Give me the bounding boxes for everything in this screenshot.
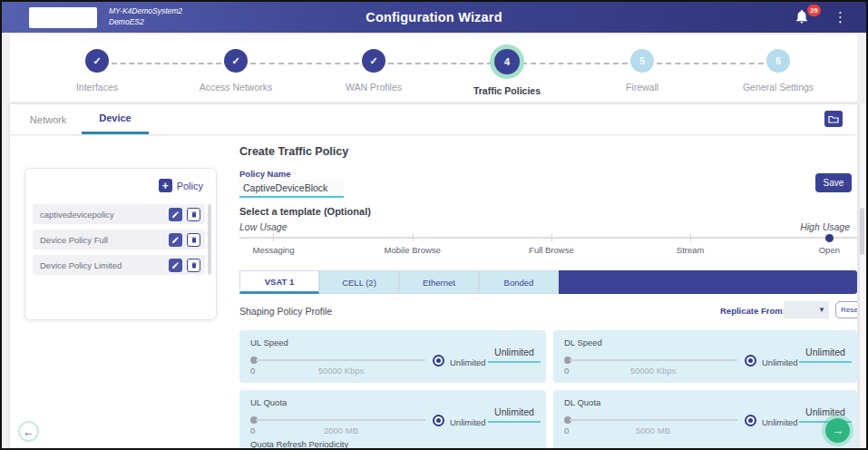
- configuration-wizard-window: MY-K4DemoSystem2 DemoES2 Configuration W…: [0, 0, 868, 450]
- template-slider-handle[interactable]: [825, 234, 834, 242]
- stepper-connector: [250, 63, 359, 64]
- dl-speed-value-input[interactable]: [799, 343, 852, 363]
- ul-speed-unlimited-radio[interactable]: [433, 355, 444, 367]
- tab-vsat-1[interactable]: VSAT 1: [239, 270, 319, 294]
- notifications-button[interactable]: 29: [794, 8, 814, 28]
- back-button[interactable]: ←: [18, 421, 39, 442]
- delete-policy-button[interactable]: [187, 259, 200, 272]
- ul-quota-value-input[interactable]: [488, 403, 541, 423]
- dl-quota-unlimited-radio[interactable]: [745, 415, 756, 426]
- check-icon: ✓: [369, 55, 377, 67]
- delete-policy-button[interactable]: [187, 233, 200, 247]
- step-traffic-policies[interactable]: 4 Traffic Policies: [448, 49, 566, 96]
- ul-quota-unlimited-label: Unlimited: [450, 417, 486, 427]
- edit-policy-button[interactable]: [169, 233, 182, 247]
- quota-refresh-periodicity-label: Quota Refresh Periodicity: [250, 439, 348, 448]
- policy-row[interactable]: captivedevicepolicy: [33, 204, 205, 224]
- template-slider[interactable]: Messaging Mobile Browse Full Browse Stre…: [239, 231, 857, 260]
- dl-speed-card: DL Speed 0 50000 Kbps Unlimited: [553, 330, 857, 383]
- tab-cell[interactable]: CELL (2): [319, 270, 399, 294]
- step-label: General Settings: [719, 82, 837, 93]
- replicate-from-dropdown[interactable]: ▼: [784, 301, 829, 318]
- delete-policy-button[interactable]: [187, 208, 200, 221]
- dl-speed-slider-track[interactable]: [570, 359, 737, 361]
- next-button[interactable]: →: [825, 418, 850, 443]
- ul-speed-unlimited-label: Unlimited: [450, 357, 486, 367]
- add-policy-label: Policy: [177, 181, 203, 191]
- template-option-stream[interactable]: Stream: [677, 245, 705, 255]
- folder-icon[interactable]: [824, 111, 843, 127]
- step-check-circle: ✓: [85, 49, 109, 73]
- ul-speed-slider-track[interactable]: [256, 359, 425, 361]
- step-general-settings[interactable]: 6 General Settings: [719, 49, 837, 93]
- step-label: WAN Profiles: [315, 82, 433, 93]
- step-number-circle: 4: [494, 49, 520, 74]
- scope-tab-bar: Network Device: [10, 104, 857, 134]
- template-option-mobile-browse[interactable]: Mobile Browse: [385, 245, 441, 255]
- ul-quota-max: 2000 MB: [324, 426, 358, 435]
- reset-button[interactable]: Reset: [835, 301, 857, 318]
- edit-icon: [171, 257, 180, 273]
- add-policy-button[interactable]: + Policy: [159, 179, 203, 192]
- template-option-messaging[interactable]: Messaging: [252, 245, 294, 255]
- ul-quota-card: UL Quota 0 2000 MB Unlimited Quota Refre…: [239, 390, 546, 448]
- ul-speed-value-input[interactable]: [488, 343, 541, 363]
- delete-icon: [190, 206, 198, 222]
- template-slider-track[interactable]: [239, 237, 857, 239]
- step-wan-profiles[interactable]: ✓ WAN Profiles: [315, 49, 433, 93]
- profile-tab-bar-filler: [559, 270, 857, 294]
- step-firewall[interactable]: 5 Firewall: [583, 49, 701, 93]
- dl-quota-card: DL Quota 0 5000 MB Unlimited: [553, 390, 857, 448]
- template-section-label: Select a template (Optional): [239, 206, 371, 217]
- slider-tick: [551, 234, 552, 241]
- step-check-circle: ✓: [224, 49, 248, 73]
- policy-name-input[interactable]: [239, 180, 344, 198]
- check-icon: ✓: [231, 55, 239, 67]
- ul-quota-slider-track[interactable]: [256, 419, 425, 421]
- step-interfaces[interactable]: ✓ Interfaces: [38, 49, 156, 93]
- page-scrollbar-thumb[interactable]: [860, 208, 864, 255]
- check-icon: ✓: [93, 55, 101, 67]
- slider-tick: [413, 234, 414, 241]
- dl-speed-unlimited-radio[interactable]: [745, 355, 756, 367]
- template-option-open[interactable]: Open: [819, 245, 840, 255]
- page-scrollbar[interactable]: [859, 104, 865, 448]
- step-label: Firewall: [583, 82, 701, 93]
- tab-device[interactable]: Device: [82, 104, 149, 134]
- plus-icon: +: [159, 179, 172, 192]
- policy-row[interactable]: Device Policy Full: [33, 230, 205, 249]
- step-label: Interfaces: [38, 82, 156, 93]
- dl-speed-min: 0: [564, 366, 569, 376]
- create-policy-title: Create Traffic Policy: [239, 145, 348, 158]
- ul-quota-min: 0: [250, 426, 255, 435]
- chevron-down-icon: ▼: [818, 306, 825, 314]
- policy-name: Device Policy Limited: [40, 260, 169, 270]
- stepper-connector: [112, 63, 221, 64]
- save-button[interactable]: Save: [815, 173, 852, 192]
- step-number-circle: 6: [766, 49, 790, 73]
- tab-network[interactable]: Network: [15, 104, 82, 134]
- tab-ethernet[interactable]: Ethernet: [399, 270, 479, 294]
- next-arrow-icon: →: [832, 424, 844, 437]
- tab-bonded[interactable]: Bonded: [479, 270, 559, 294]
- step-access-networks[interactable]: ✓ Access Networks: [177, 49, 295, 93]
- delete-icon: [190, 231, 198, 248]
- kebab-menu-icon[interactable]: ⋮: [834, 6, 846, 28]
- edit-policy-button[interactable]: [169, 208, 182, 221]
- dl-quota-unlimited-label: Unlimited: [762, 417, 798, 427]
- edit-policy-button[interactable]: [169, 259, 182, 272]
- template-option-full-browse[interactable]: Full Browse: [529, 245, 574, 255]
- ul-quota-unlimited-radio[interactable]: [433, 415, 444, 426]
- back-arrow-icon: ←: [24, 426, 34, 438]
- dl-quota-slider-track[interactable]: [570, 419, 737, 421]
- policy-row[interactable]: Device Policy Limited: [33, 255, 205, 275]
- main-content: Network Device + Policy captivedevicepol…: [10, 104, 857, 448]
- dl-speed-unlimited-label: Unlimited: [762, 357, 798, 367]
- policy-list-scrollbar[interactable]: [208, 204, 211, 275]
- stepper-connector: [388, 63, 493, 64]
- ul-speed-title: UL Speed: [250, 338, 288, 347]
- edit-icon: [171, 206, 180, 222]
- stepper-connector: [522, 63, 628, 64]
- slider-tick: [273, 234, 274, 241]
- notification-badge: 29: [807, 5, 821, 16]
